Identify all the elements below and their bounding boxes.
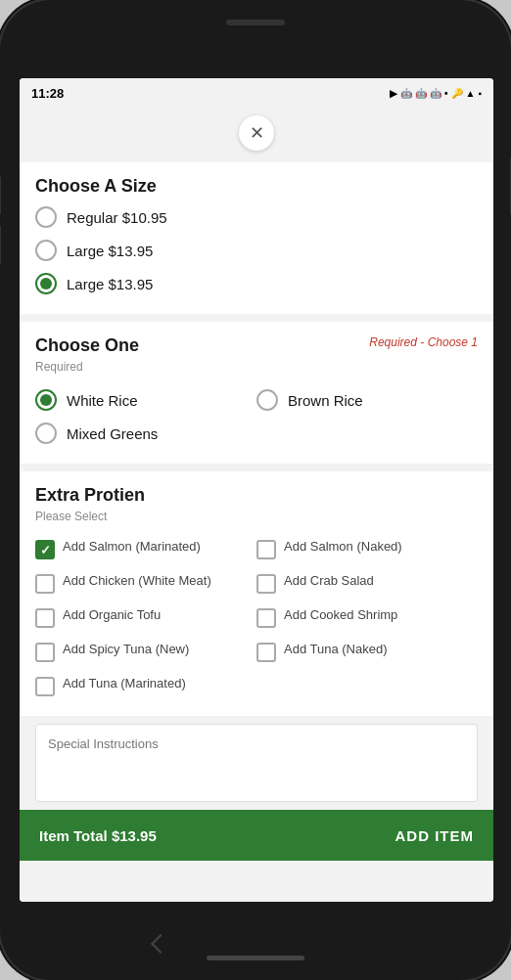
extra-option-6[interactable]: Add Spicy Tuna (New) [35,636,256,668]
base-title: Choose One [35,335,139,356]
scroll-content: ✕ Choose A Size Regular $10.95 Large $13… [20,108,493,902]
size-option-label-1: Large $13.95 [67,243,153,259]
extra-checkbox-0: ✓ [35,540,55,559]
extra-checkbox-1 [256,540,276,559]
size-option-0[interactable]: Regular $10.95 [35,200,478,234]
extra-option-0[interactable]: ✓ Add Salmon (Marinated) [35,533,256,565]
dot-indicator: • [444,88,448,99]
extra-checkbox-4 [35,608,55,628]
extra-option-4[interactable]: Add Organic Tofu [35,601,256,634]
base-title-group: Choose One Required [35,335,139,383]
size-section: Choose A Size Regular $10.95 Large $13.9… [20,162,493,314]
media-icon: ▶ [390,88,397,99]
extra-title: Extra Protien [35,485,478,506]
add-item-button[interactable]: ADD ITEM [395,827,475,844]
extra-option-label-7: Add Tuna (Naked) [284,642,388,656]
power-button2 [0,225,1,264]
size-radio-circle-0 [35,206,57,228]
base-radio-circle-2 [35,423,57,444]
extra-checkbox-7 [256,643,276,662]
extra-checkbox-5 [256,608,276,628]
key-icon: 🔑 [451,88,463,99]
size-option-2[interactable]: Large $13.95 [35,267,478,300]
base-subtitle: Required [35,360,139,374]
close-button[interactable]: ✕ [239,115,274,151]
wifi-icon: ▲ [466,88,476,99]
extra-option-label-8: Add Tuna (Marinated) [63,676,186,690]
android-icon: 🤖 [400,88,412,99]
base-header-row: Choose One Required Required - Choose 1 [35,335,478,383]
extra-subtitle: Please Select [35,510,478,523]
extra-option-7[interactable]: Add Tuna (Naked) [256,636,478,668]
extra-options-container: ✓ Add Salmon (Marinated) Add Salmon (Nak… [35,533,478,702]
extra-option-label-3: Add Crab Salad [284,573,374,588]
battery-icon: ▪ [478,88,482,99]
required-badge: Required - Choose 1 [369,335,478,349]
extra-option-label-5: Add Cooked Shrimp [284,607,397,622]
extra-option-label-6: Add Spicy Tuna (New) [63,642,189,656]
android-icon3: 🤖 [430,88,441,99]
extra-option-5[interactable]: Add Cooked Shrimp [256,601,478,634]
extra-option-3[interactable]: Add Crab Salad [256,567,478,600]
extra-option-2[interactable]: Add Chicken (White Meat) [35,567,256,600]
extra-checkbox-8 [35,677,55,696]
base-option-0[interactable]: White Rice [35,383,256,417]
base-option-label-1: Brown Rice [288,392,363,409]
size-option-label-0: Regular $10.95 [67,209,167,226]
extra-option-label-0: Add Salmon (Marinated) [63,539,201,554]
phone-frame: 11:28 ▶ 🤖 🤖 🤖 • 🔑 ▲ ▪ ✕ Choose A Size [0,0,511,980]
special-instructions-box [35,724,478,802]
extra-checkbox-2 [35,574,55,594]
extra-option-label-4: Add Organic Tofu [63,607,161,622]
base-section: Choose One Required Required - Choose 1 … [20,322,493,464]
size-radio-circle-1 [35,240,57,261]
extra-checkbox-3 [256,574,276,594]
status-time: 11:28 [31,86,64,101]
power-button [0,176,1,215]
home-indicator [207,956,304,960]
android-icon2: 🤖 [415,88,427,99]
extra-option-8[interactable]: Add Tuna (Marinated) [35,670,256,702]
base-options-container: White Rice Brown Rice Mixed Greens [35,383,478,450]
base-option-label-2: Mixed Greens [67,425,158,442]
size-option-1[interactable]: Large $13.95 [35,234,478,267]
extra-option-1[interactable]: Add Salmon (Naked) [256,533,478,565]
extra-option-label-2: Add Chicken (White Meat) [63,573,211,588]
size-title: Choose A Size [35,176,478,197]
phone-screen: 11:28 ▶ 🤖 🤖 🤖 • 🔑 ▲ ▪ ✕ Choose A Size [20,78,493,902]
size-option-label-2: Large $13.95 [67,276,153,292]
base-option-1[interactable]: Brown Rice [256,383,478,417]
status-bar: 11:28 ▶ 🤖 🤖 🤖 • 🔑 ▲ ▪ [20,78,493,108]
size-radio-circle-2 [35,273,57,294]
extra-option-label-1: Add Salmon (Naked) [284,539,402,554]
phone-speaker [226,20,285,25]
special-instructions-input[interactable] [48,736,465,785]
extra-checkbox-6 [35,643,55,662]
close-btn-wrapper: ✕ [20,108,493,155]
item-total: Item Total $13.95 [39,827,157,844]
size-options-container: Regular $10.95 Large $13.95 Large $13.95 [35,200,478,300]
base-radio-circle-0 [35,389,57,411]
extra-section: Extra Protien Please Select ✓ Add Salmon… [20,471,493,716]
base-option-2[interactable]: Mixed Greens [35,417,256,450]
status-icons: ▶ 🤖 🤖 🤖 • 🔑 ▲ ▪ [390,88,482,99]
base-radio-circle-1 [256,389,278,411]
back-button[interactable] [151,934,170,954]
base-option-label-0: White Rice [67,392,138,409]
bottom-bar: Item Total $13.95 ADD ITEM [20,810,493,861]
